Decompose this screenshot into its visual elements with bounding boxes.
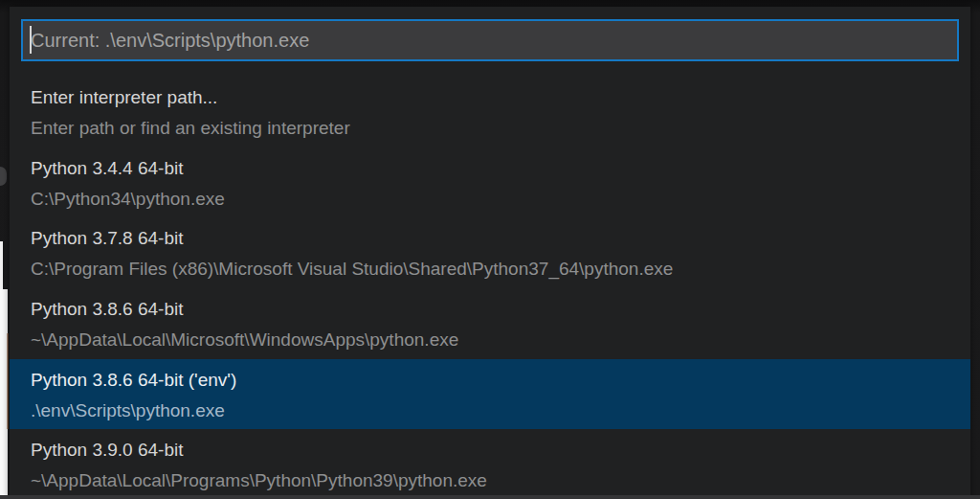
quickpick-item-python-390[interactable]: Python 3.9.0 64-bit ~\AppData\Local\Prog… xyxy=(10,429,970,499)
window-bottom-edge xyxy=(0,495,980,499)
quickpick-item-enter-path[interactable]: Enter interpreter path... Enter path or … xyxy=(10,77,970,147)
interpreter-path: ~\AppData\Local\Microsoft\WindowsApps\py… xyxy=(31,329,949,352)
quickpick-item-python-386[interactable]: Python 3.8.6 64-bit ~\AppData\Local\Micr… xyxy=(10,288,970,359)
interpreter-label: Python 3.7.8 64-bit xyxy=(31,227,949,250)
text-cursor xyxy=(30,26,32,54)
interpreter-path: .\env\Scripts\python.exe xyxy=(31,399,949,422)
interpreter-label: Python 3.8.6 64-bit xyxy=(31,298,949,321)
window-edge-accent-line xyxy=(7,333,9,429)
quickpick-item-python-344[interactable]: Python 3.4.4 64-bit C:\Python34\python.e… xyxy=(10,147,970,218)
window-edge-scroll-blob xyxy=(0,167,7,186)
interpreter-label: Enter interpreter path... xyxy=(31,86,949,109)
interpreter-quickpick-panel: Enter interpreter path... Enter path or … xyxy=(10,7,970,499)
interpreter-path: ~\AppData\Local\Programs\Python\Python39… xyxy=(31,469,949,492)
interpreter-path: C:\Python34\python.exe xyxy=(31,188,949,211)
interpreter-label: Python 3.9.0 64-bit xyxy=(31,439,949,462)
quickpick-item-python-386-env[interactable]: Python 3.8.6 64-bit ('env') .\env\Script… xyxy=(10,359,970,430)
interpreter-path: Enter path or find an existing interpret… xyxy=(31,117,949,140)
interpreter-path: C:\Program Files (x86)\Microsoft Visual … xyxy=(31,258,949,281)
interpreter-search-input[interactable] xyxy=(21,19,959,61)
interpreter-label: Python 3.4.4 64-bit xyxy=(31,157,949,180)
quickpick-item-python-378[interactable]: Python 3.7.8 64-bit C:\Program Files (x8… xyxy=(10,217,970,288)
interpreter-list: Enter interpreter path... Enter path or … xyxy=(10,77,970,499)
quickpick-input-row xyxy=(21,19,959,61)
interpreter-label: Python 3.8.6 64-bit ('env') xyxy=(31,369,949,392)
